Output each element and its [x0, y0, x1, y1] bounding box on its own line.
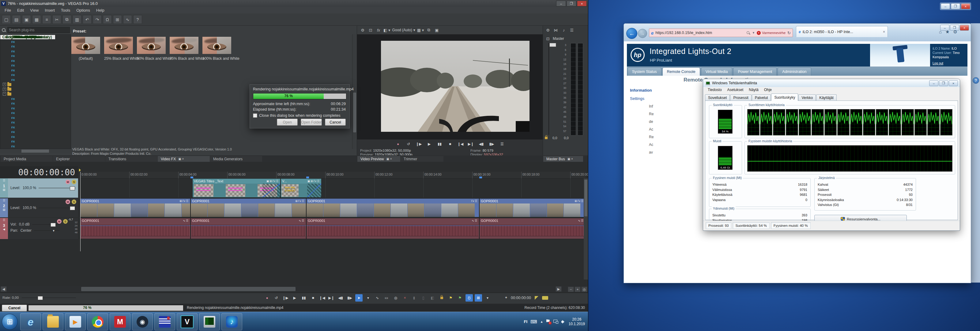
copy-snapshot-icon[interactable]: ⧉ — [426, 27, 432, 33]
menu-item[interactable]: Options — [73, 7, 93, 13]
plugin-item[interactable]: Color Curves — [0, 144, 71, 149]
mute-button[interactable]: M — [57, 219, 62, 224]
plugin-item[interactable]: AutoLooks — [0, 101, 71, 106]
dock-tab[interactable]: Transitions — [105, 156, 158, 162]
auto-ripple-icon[interactable]: ⊠ — [475, 294, 482, 302]
paste-icon[interactable]: ▥ — [73, 15, 81, 24]
go-to-start-icon[interactable]: ❙◀ — [318, 294, 326, 302]
menu-item[interactable]: Ohje — [762, 87, 774, 93]
plugin-item[interactable]: Broadcast Colors — [0, 115, 71, 120]
address-bar[interactable]: e https://192.168.0.15/ie_index.htm ▼ × … — [649, 29, 793, 37]
plugin-item[interactable]: Vignette — [0, 78, 71, 82]
lock-icon[interactable] — [438, 294, 445, 302]
minimize-icon[interactable]: – — [929, 80, 939, 86]
preview-tab[interactable]: Trimmer — [401, 156, 444, 162]
track-header-1[interactable]: ☰1▤ M S Level:100,0 % — [0, 178, 78, 198]
selection-tool-icon[interactable]: ▭ — [383, 294, 390, 302]
task-manager-icon[interactable] — [199, 313, 220, 330]
menu-item[interactable]: Tools — [58, 7, 73, 13]
solo-button[interactable]: S — [72, 200, 76, 204]
dock-tab[interactable]: Video FX — [158, 156, 210, 162]
title-event[interactable]: VEGAS Titles _Text▣⊞fx☰ — [192, 178, 280, 198]
delete-icon[interactable]: × — [401, 294, 409, 302]
url-text[interactable]: https://192.168.0.15/ie_index.htm — [655, 30, 745, 35]
menu-item[interactable]: View — [27, 7, 41, 13]
envelope-tool-icon[interactable]: ∿ — [374, 294, 381, 302]
plugin-item[interactable]: Video Stabilization — [0, 73, 71, 78]
zoom-in-icon[interactable]: + — [574, 286, 581, 292]
task-manager-tab[interactable]: Käyttäjät — [816, 94, 837, 101]
back-button[interactable]: ← — [626, 28, 637, 39]
track-3-tab[interactable]: ☰3◀ — [0, 218, 8, 239]
close-icon[interactable]: × — [577, 1, 587, 6]
help-icon[interactable]: ? — [133, 15, 142, 24]
search-icon[interactable] — [746, 31, 750, 35]
close-dialog-checkbox[interactable] — [253, 114, 257, 118]
video-event[interactable]: GOPR0001⊞fx☰ — [191, 198, 306, 217]
timeline-hscrollbar[interactable]: ◀ ▶ − + ◎ — [0, 286, 588, 292]
task-manager-tab[interactable]: Verkko — [799, 94, 816, 101]
save-project-icon[interactable]: ▣ — [22, 15, 31, 24]
minimize-icon[interactable]: – — [941, 3, 950, 9]
track-1-tab[interactable]: ☰1▤ — [0, 178, 8, 198]
close-icon[interactable]: × — [949, 80, 958, 86]
tool-dropdown-icon[interactable]: ▾ — [364, 294, 372, 302]
record-icon[interactable]: ● — [395, 141, 402, 148]
close-icon[interactable]: × — [960, 25, 969, 30]
dock-tab[interactable]: Media Generators — [210, 156, 262, 162]
settings-gear-icon[interactable]: ⚙ — [953, 29, 957, 35]
plugin-item[interactable]: OFX — [0, 82, 71, 87]
plugin-item[interactable]: Wave — [0, 63, 71, 68]
copy-icon[interactable]: ⧉ — [62, 15, 72, 24]
menu-item[interactable]: Asetukset — [725, 87, 746, 93]
certificate-error-badge[interactable]: × Varmennevirhe — [757, 31, 786, 35]
menu-item[interactable]: Edit — [14, 7, 27, 13]
timeline-time-display[interactable]: 00:00:00:00 — [0, 166, 78, 178]
scroll-right-icon[interactable]: ▶ — [555, 286, 562, 292]
menu-item[interactable]: Help — [94, 7, 107, 13]
close-icon[interactable]: × — [961, 3, 970, 9]
ripple-dropdown-icon[interactable]: ▾ — [484, 294, 491, 302]
split-screen-icon[interactable]: ◧ ▾ — [383, 27, 390, 33]
insert-region-icon[interactable]: ⚑ — [456, 294, 464, 302]
stop-icon[interactable]: ■ — [309, 294, 317, 302]
menu-item[interactable]: File — [2, 7, 14, 13]
track-header-3[interactable]: ☰3◀ M S -9,7 12243648 Vol:0,0 dB Pan:Cen… — [0, 218, 78, 239]
browser-tab[interactable]: e iLO 2: ml350 - ILO - HP Inte... × — [796, 26, 888, 37]
volume-slider[interactable] — [32, 224, 59, 225]
keyboard-icon[interactable]: ⌨ — [530, 319, 537, 325]
properties-icon[interactable]: ≡ — [42, 15, 51, 24]
play-from-start-icon[interactable]: ❙▶ — [282, 294, 289, 302]
solo-button[interactable]: S — [63, 219, 68, 224]
plugin-item[interactable]: Color Corrector (Secondary) — [0, 139, 71, 144]
video-event[interactable]: GOPR0001⊞fx☰ — [80, 198, 191, 217]
music-app-icon[interactable]: ♪ — [221, 313, 242, 330]
show-hidden-icons-icon[interactable]: ▲ — [540, 320, 543, 323]
video-event[interactable]: GOPR0001fx☰ — [306, 198, 479, 217]
help-icon[interactable]: ? — [973, 77, 979, 84]
edit-cursor[interactable] — [80, 172, 81, 251]
video-event[interactable]: GOPR0001⊞fx☰ — [479, 198, 585, 217]
snap-icon[interactable]: Ω — [103, 15, 112, 24]
timeline-vscrollbar[interactable] — [584, 178, 588, 280]
timeline-ruler[interactable]: 0:00:00:0000:00:02:0000:00:04:0000:00:06… — [80, 172, 585, 179]
task-manager-tab[interactable]: Palvelut — [752, 94, 771, 101]
vegas-titlebar[interactable]: V 76% - nojakkireissumalmille.veg - VEGA… — [0, 0, 588, 7]
loop-icon[interactable]: ↺ — [272, 294, 280, 302]
mixer-menu-icon[interactable]: ☰ — [569, 27, 575, 33]
grouping-icon[interactable]: ⊞ — [113, 15, 122, 24]
plugin-item[interactable]: Unsharp Mask — [0, 59, 71, 64]
new-project-icon[interactable]: ▢ — [2, 15, 11, 24]
zoom-edit-tool-icon[interactable]: ◎ — [392, 294, 399, 302]
plugin-item[interactable]: Color Corrector — [0, 134, 71, 139]
tab-close-icon[interactable]: × — [883, 30, 885, 34]
menu-item[interactable]: Tiedosto — [706, 87, 724, 93]
cancel-render-button[interactable]: Cancel — [325, 118, 346, 126]
floppy-app-icon[interactable] — [154, 313, 175, 330]
envelope-icon[interactable]: ∿ — [123, 15, 132, 24]
sidebar-link[interactable]: Information — [630, 88, 647, 93]
sidebar-link[interactable]: Settings — [630, 96, 647, 101]
media-player-icon[interactable]: ▶ — [65, 313, 86, 330]
logout-link[interactable]: Log out — [932, 61, 943, 65]
preset-thumbnail[interactable]: 25% Black and White — [104, 37, 133, 61]
